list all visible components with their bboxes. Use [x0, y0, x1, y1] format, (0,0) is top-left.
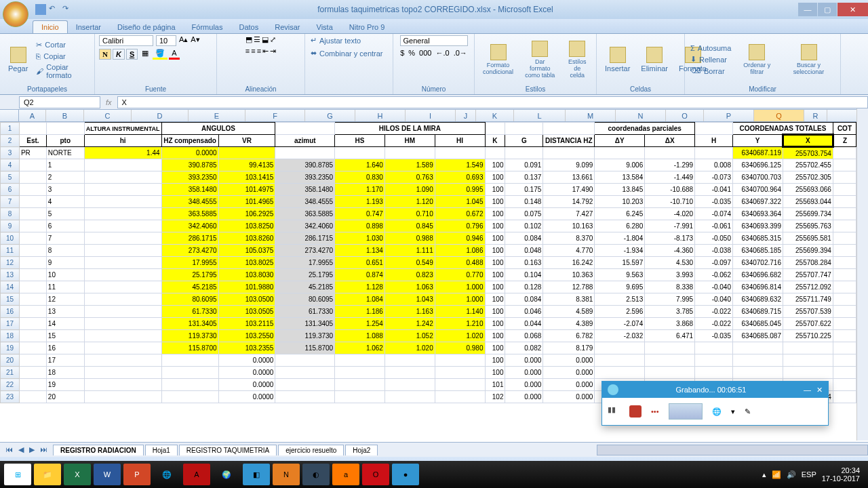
find-select-button[interactable]: Buscar y seleccionar — [781, 43, 836, 77]
opera-taskbar-icon[interactable]: O — [362, 464, 389, 485]
dec-decimal-icon[interactable]: .0→ — [454, 49, 467, 57]
font-color-button[interactable]: A — [169, 49, 179, 60]
powerpoint-taskbar-icon[interactable]: P — [123, 464, 151, 485]
table-row[interactable]: 41390.878599.4135390.87851.6401.5891.549… — [1, 159, 856, 171]
close-button[interactable]: ✕ — [837, 3, 868, 16]
ribbon-tab-revisar[interactable]: Revisar — [267, 21, 308, 33]
save-icon[interactable] — [35, 4, 46, 15]
column-header[interactable]: N — [616, 110, 666, 121]
sheet-tab[interactable]: REGISTRO TAQUIMETRIA — [179, 445, 277, 455]
tray-up-icon[interactable]: ▴ — [762, 470, 766, 479]
indent-inc-icon[interactable]: ⇥ — [270, 47, 276, 56]
ribbon-tab-vista[interactable]: Vista — [309, 21, 341, 33]
stop-icon[interactable] — [629, 405, 642, 418]
taskbar[interactable]: ⊞ 📁 X W P 🌐 A 🌍 ◧ N ◐ a O ● ▴ 📶 🔊 ESP 20… — [0, 461, 868, 488]
tray-lang[interactable]: ESP — [802, 470, 816, 479]
copy-button[interactable]: ⎘Copiar — [35, 52, 90, 61]
vertical-scrollbar[interactable] — [856, 108, 868, 441]
recorder-dropdown-icon[interactable]: ▾ — [731, 407, 735, 416]
align-center-icon[interactable]: ≡ — [251, 47, 255, 56]
column-header[interactable]: J — [456, 110, 476, 121]
number-format-select[interactable] — [400, 35, 468, 46]
app-taskbar-icon[interactable]: ◧ — [243, 464, 270, 485]
pause-icon[interactable]: ▮▮ — [608, 405, 620, 418]
sheet-tab[interactable]: Hoja1 — [145, 445, 178, 455]
chrome-taskbar-icon[interactable]: 🌐 — [153, 464, 180, 485]
ribbon-tab-insertar[interactable]: Insertar — [68, 21, 109, 33]
column-header[interactable]: G — [305, 110, 355, 121]
table-row[interactable]: 12917.9955103.802517.99550.6510.5490.488… — [1, 257, 856, 269]
table-row[interactable]: 107286.1715103.8260286.17151.0300.9880.9… — [1, 232, 856, 245]
fill-button[interactable]: ⬇Rellenar — [689, 54, 732, 64]
ribbon-tab-datos[interactable]: Datos — [231, 21, 267, 33]
recorder-more-icon[interactable]: ••• — [651, 407, 659, 415]
align-middle-icon[interactable]: ☰ — [254, 35, 260, 44]
underline-button[interactable]: S — [126, 49, 138, 60]
column-header[interactable]: O — [666, 110, 704, 121]
table-row[interactable]: 118273.4270105.0375273.42701.1341.1111.0… — [1, 245, 856, 257]
table-row[interactable]: 161361.7330103.050561.73301.1861.1631.14… — [1, 306, 856, 318]
decrease-font-icon[interactable]: A▾ — [191, 35, 199, 46]
column-header[interactable]: D — [132, 110, 189, 121]
fx-icon[interactable]: fx — [100, 98, 117, 106]
column-header[interactable]: B — [46, 110, 84, 121]
font-select[interactable] — [99, 35, 153, 46]
ribbon-tab-nitro-pro-9[interactable]: Nitro Pro 9 — [341, 21, 393, 33]
sheet-tab[interactable]: ejercicio resuelto — [278, 445, 344, 455]
nitro-taskbar-icon[interactable]: N — [273, 464, 300, 485]
recorder-minimize-icon[interactable]: — — [804, 386, 811, 394]
table-row[interactable]: 74348.4555101.4965348.45551.1931.1201.04… — [1, 196, 856, 208]
sort-filter-button[interactable]: Ordenar y filtrar — [735, 43, 778, 77]
table-row[interactable]: 63358.1480101.4975358.14801.1701.0900.99… — [1, 184, 856, 196]
conditional-format-button[interactable]: Formato condicional — [479, 43, 517, 77]
column-header[interactable]: P — [704, 110, 754, 121]
table-row[interactable]: 1714131.3405103.2115131.34051.2541.2421.… — [1, 318, 856, 330]
column-header[interactable]: K — [476, 110, 514, 121]
column-header[interactable]: I — [406, 110, 456, 121]
percent-icon[interactable]: % — [408, 49, 415, 57]
app2-taskbar-icon[interactable]: ◐ — [302, 464, 330, 485]
table-row[interactable]: 1916115.8700103.2355115.87001.0621.0200.… — [1, 342, 856, 354]
ribbon-tab-diseño-de-página[interactable]: Diseño de página — [109, 21, 184, 33]
screen-recorder-widget[interactable]: Grabando... 00:06:51 — ✕ ▮▮ ••• 🌐 ▾ ✎ — [601, 381, 829, 426]
autocad-taskbar-icon[interactable]: A — [183, 464, 210, 485]
format-painter-button[interactable]: 🖌Copiar formato — [35, 62, 90, 80]
column-header[interactable]: C — [84, 110, 132, 121]
border-button[interactable]: ▦ — [139, 49, 151, 60]
sheet-tab[interactable]: REGISTRO RADIACION — [53, 445, 144, 455]
clock-time[interactable]: 20:34 — [822, 466, 860, 474]
merge-button[interactable]: ⬌Combinar y centrar — [309, 48, 384, 58]
office-button[interactable] — [3, 1, 28, 27]
column-header[interactable]: A — [19, 110, 46, 121]
minimize-button[interactable]: — — [798, 3, 817, 16]
recorder-pencil-icon[interactable]: ✎ — [745, 407, 751, 416]
earth-taskbar-icon[interactable]: 🌍 — [213, 464, 240, 485]
prev-sheet-icon[interactable]: ◀ — [16, 445, 26, 454]
tray-volume-icon[interactable]: 🔊 — [787, 470, 796, 479]
start-button[interactable]: ⊞ — [4, 464, 31, 485]
paste-button[interactable]: Pegar — [4, 45, 32, 74]
table-row[interactable]: 3PRNORTE1.440.00006340687.119255703.754 — [1, 147, 856, 159]
clear-button[interactable]: ⌫Borrar — [689, 66, 732, 76]
column-header[interactable]: Q — [754, 110, 804, 121]
font-size-select[interactable] — [156, 35, 176, 46]
undo-icon[interactable]: ↶ — [49, 4, 60, 15]
inc-decimal-icon[interactable]: ←.0 — [435, 49, 449, 57]
ribbon-tab-inicio[interactable]: Inicio — [33, 20, 68, 33]
table-row[interactable]: 141145.2185101.988045.21851.1281.0631.00… — [1, 281, 856, 293]
format-table-button[interactable]: Dar formato como tabla — [520, 39, 560, 80]
avast-taskbar-icon[interactable]: a — [332, 464, 359, 485]
cell-styles-button[interactable]: Estilos de celda — [563, 39, 592, 80]
word-taskbar-icon[interactable]: W — [94, 464, 121, 485]
last-sheet-icon[interactable]: ⏭ — [37, 445, 50, 454]
wrap-text-button[interactable]: ↵Ajustar texto — [309, 35, 362, 45]
align-top-icon[interactable]: ⬒ — [245, 35, 252, 44]
column-header[interactable]: L — [514, 110, 566, 121]
column-header[interactable]: M — [566, 110, 616, 121]
insert-cells-button[interactable]: Insertar — [601, 45, 634, 74]
select-all-corner[interactable] — [0, 110, 19, 121]
first-sheet-icon[interactable]: ⏮ — [3, 445, 16, 454]
italic-button[interactable]: K — [113, 49, 125, 60]
bold-button[interactable]: N — [99, 49, 111, 60]
excel-taskbar-icon[interactable]: X — [64, 464, 91, 485]
